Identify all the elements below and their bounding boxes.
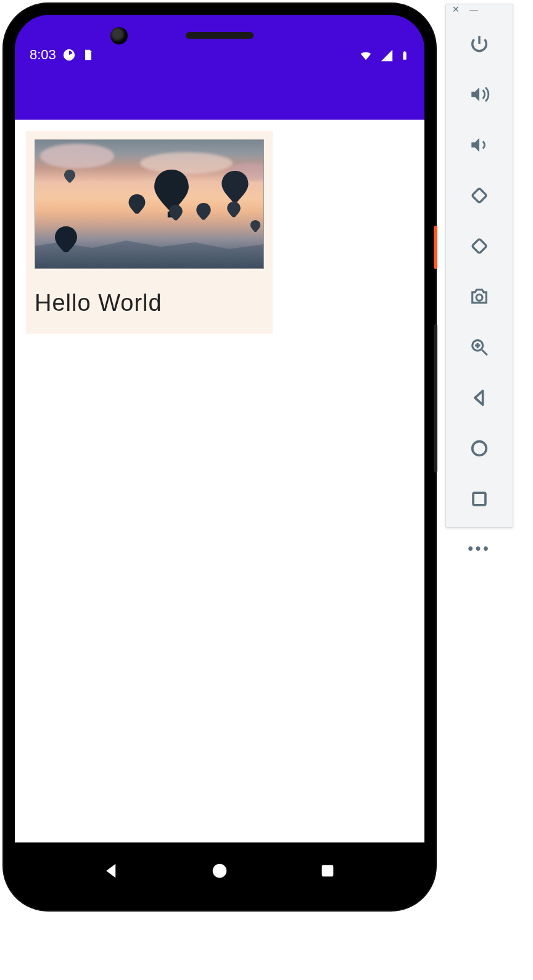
status-clock: 8:03 (30, 47, 56, 63)
window-close-button[interactable]: ✕ (452, 4, 460, 14)
device-power-button (434, 226, 437, 269)
home-icon[interactable] (466, 435, 493, 462)
nav-recent-button[interactable] (309, 852, 346, 889)
svg-point-3 (213, 864, 227, 878)
sdcard-icon (82, 48, 94, 62)
svg-point-9 (473, 442, 487, 456)
more-icon[interactable]: ••• (468, 540, 490, 557)
window-minimize-button[interactable]: — (469, 4, 478, 14)
device-front-camera (110, 27, 128, 44)
nav-home-button[interactable] (201, 852, 238, 889)
svg-rect-5 (472, 188, 487, 203)
zoom-in-icon[interactable] (466, 334, 493, 361)
overview-icon[interactable] (466, 485, 493, 513)
device-screen: 8:03 (15, 15, 424, 899)
svg-rect-4 (321, 865, 333, 877)
device-volume-rocker (434, 324, 437, 472)
android-nav-bar (15, 842, 424, 899)
rotate-right-icon[interactable] (466, 233, 493, 260)
device-speaker (186, 32, 254, 39)
volume-down-icon[interactable] (466, 131, 493, 159)
status-right (358, 48, 410, 63)
svg-point-7 (476, 294, 482, 300)
status-left: 8:03 (30, 47, 94, 63)
card-title: Hello World (35, 290, 264, 316)
battery-icon (400, 48, 410, 63)
toolbar-window-controls: ✕ — (446, 4, 513, 14)
card-image (35, 139, 264, 269)
svg-rect-6 (472, 239, 487, 253)
power-icon[interactable] (466, 30, 493, 57)
back-icon[interactable] (466, 384, 493, 411)
camera-icon[interactable] (466, 283, 493, 310)
volume-up-icon[interactable] (466, 81, 493, 108)
android-status-bar: 8:03 (15, 15, 424, 72)
hello-card[interactable]: Hello World (26, 131, 273, 334)
app-content: Hello World (15, 120, 424, 842)
wifi-icon (358, 49, 374, 62)
nav-back-button[interactable] (93, 852, 130, 889)
app-bar (15, 72, 424, 120)
rotate-left-icon[interactable] (466, 182, 493, 209)
emulator-toolbar: ✕ — ••• (445, 4, 513, 528)
svg-rect-10 (473, 493, 485, 505)
signal-icon (380, 49, 394, 62)
device-frame: 8:03 (4, 4, 436, 910)
timer-icon (62, 48, 76, 62)
